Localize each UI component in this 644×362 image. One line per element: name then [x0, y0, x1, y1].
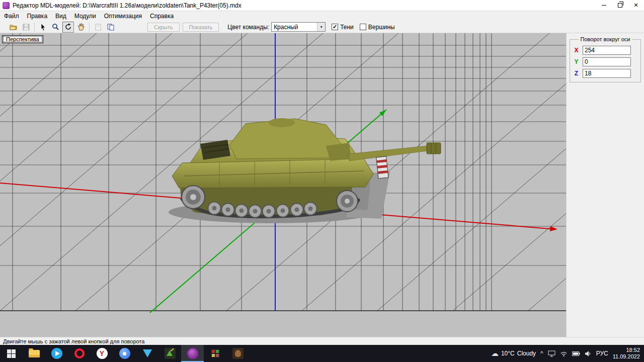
telegram-icon [51, 348, 62, 359]
menu-bar: Файл Правка Вид Модули Оптимизация Справ… [0, 11, 644, 21]
weather-temp: 10°C [501, 350, 515, 357]
tank-rear-marking [376, 156, 388, 178]
open-folder-icon [10, 24, 18, 31]
rotate-icon [64, 23, 72, 31]
taskbar-app-world-editor[interactable] [158, 345, 181, 362]
menu-optimization[interactable]: Оптимизация [100, 12, 146, 21]
menu-edit[interactable]: Правка [23, 12, 52, 21]
title-bar: Редактор MDL-моделей: D:\WarcraftIII 1.2… [0, 0, 644, 11]
tank-gun-barrel [349, 146, 428, 161]
rotation-x-input[interactable] [583, 46, 631, 55]
status-text: Двигайте мышь с зажатой левой кнопкой дл… [3, 338, 144, 344]
menu-view[interactable]: Вид [51, 12, 70, 21]
taskbar: Y ☁ 10°C Cloudy ^ РУС 18:52 11.09.2022 [0, 345, 644, 362]
battery-icon[interactable] [572, 351, 580, 356]
tank-model[interactable] [169, 118, 441, 223]
triangle-app-icon [143, 349, 152, 357]
opera-icon [74, 348, 85, 358]
page-icon [95, 24, 101, 31]
menu-file[interactable]: Файл [0, 12, 23, 21]
monitor-icon[interactable] [548, 350, 555, 357]
taskbar-app-yandex[interactable]: Y [91, 345, 113, 362]
messenger-icon [119, 348, 130, 359]
rotation-z-label: Z [574, 70, 579, 77]
mdl-editor-icon [187, 348, 198, 359]
status-bar: Двигайте мышь с зажатой левой кнопкой дл… [0, 337, 644, 345]
texture-tool-icon [211, 349, 220, 358]
rotation-z-input[interactable] [583, 69, 631, 78]
shadows-checkbox[interactable]: ✓ Тени [332, 24, 354, 31]
open-button[interactable] [8, 22, 19, 33]
tray-expand-button[interactable]: ^ [540, 350, 543, 357]
taskbar-weather[interactable]: ☁ 10°C Cloudy [491, 349, 536, 358]
clock-date: 11.09.2022 [613, 353, 640, 360]
minimize-button[interactable] [596, 0, 612, 11]
weather-condition: Cloudy [517, 350, 536, 357]
explorer-icon [29, 350, 40, 357]
yandex-icon: Y [97, 348, 108, 359]
taskbar-app-telegram[interactable] [45, 345, 68, 362]
maximize-button[interactable] [612, 0, 628, 11]
viewport-3d[interactable]: Перспектива [0, 33, 566, 337]
taskbar-app-explorer[interactable] [23, 345, 45, 362]
windows-logo-icon [7, 349, 16, 358]
pan-tool-button[interactable] [75, 22, 87, 33]
hide-button[interactable]: Скрыть [147, 23, 180, 32]
window-title: Редактор MDL-моделей: D:\WarcraftIII 1.2… [13, 2, 596, 9]
vertices-checkbox[interactable]: Вершины [360, 24, 395, 31]
minimize-icon [602, 5, 606, 6]
copy-pages-icon [107, 24, 114, 31]
copy-button[interactable] [105, 22, 116, 33]
rotation-x-label: X [574, 47, 579, 54]
save-button[interactable] [20, 22, 32, 33]
rotate-tool-button[interactable] [62, 22, 74, 33]
clock-time: 18:52 [613, 347, 640, 353]
network-icon[interactable] [560, 350, 568, 356]
taskbar-app-mdl-editor[interactable] [181, 345, 204, 362]
viewport-mode-label[interactable]: Перспектива [2, 35, 43, 43]
chevron-down-icon: ▼ [317, 23, 325, 31]
app-icon [3, 2, 10, 9]
rotation-title: Поворот вокруг оси [579, 36, 632, 42]
select-tool-button[interactable] [37, 22, 49, 33]
vertices-label: Вершины [368, 24, 395, 31]
checkbox-checked-icon: ✓ [332, 24, 338, 30]
language-indicator[interactable]: РУС [596, 350, 608, 357]
system-tray: ☁ 10°C Cloudy ^ РУС 18:52 11.09.2022 [491, 345, 644, 362]
magnifier-icon [52, 23, 59, 31]
menu-help[interactable]: Справка [146, 12, 178, 21]
show-button[interactable]: Показать [183, 23, 219, 32]
x-axis-arrow [550, 226, 557, 231]
paste-button[interactable] [92, 22, 104, 33]
save-floppy-icon [23, 24, 30, 31]
rotation-groupbox: Поворот вокруг оси X Y Z [570, 36, 641, 82]
checkbox-empty-icon [360, 24, 366, 30]
taskbar-app-model-viewer[interactable] [226, 345, 249, 362]
taskbar-app-texture-tool[interactable] [204, 345, 226, 362]
restore-icon [618, 3, 622, 8]
menu-modules[interactable]: Модули [70, 12, 100, 21]
team-color-label: Цвет команды: [227, 24, 269, 31]
start-button[interactable] [0, 345, 23, 362]
speaker-icon[interactable] [585, 350, 592, 357]
cursor-icon [40, 23, 47, 31]
taskbar-app-opera[interactable] [68, 345, 91, 362]
taskbar-clock[interactable]: 18:52 11.09.2022 [613, 347, 640, 360]
hand-icon [77, 23, 85, 31]
taskbar-app-messenger[interactable] [113, 345, 136, 362]
rotation-panel: Поворот вокруг оси X Y Z [566, 33, 644, 337]
rotation-y-label: Y [574, 58, 579, 65]
rotation-y-input[interactable] [583, 57, 631, 66]
toolbar: Скрыть Показать Цвет команды: Красный ▼ … [0, 21, 644, 33]
viewport-canvas[interactable] [0, 33, 566, 337]
taskbar-app-video[interactable] [136, 345, 158, 362]
shadows-label: Тени [340, 24, 354, 31]
team-color-select[interactable]: Красный ▼ [271, 22, 326, 32]
close-button[interactable]: ✕ [628, 0, 644, 11]
model-viewer-icon [232, 348, 244, 359]
cloud-icon: ☁ [491, 349, 499, 358]
zoom-tool-button[interactable] [50, 22, 61, 33]
team-color-value: Красный [274, 24, 298, 31]
world-editor-icon [165, 348, 176, 359]
